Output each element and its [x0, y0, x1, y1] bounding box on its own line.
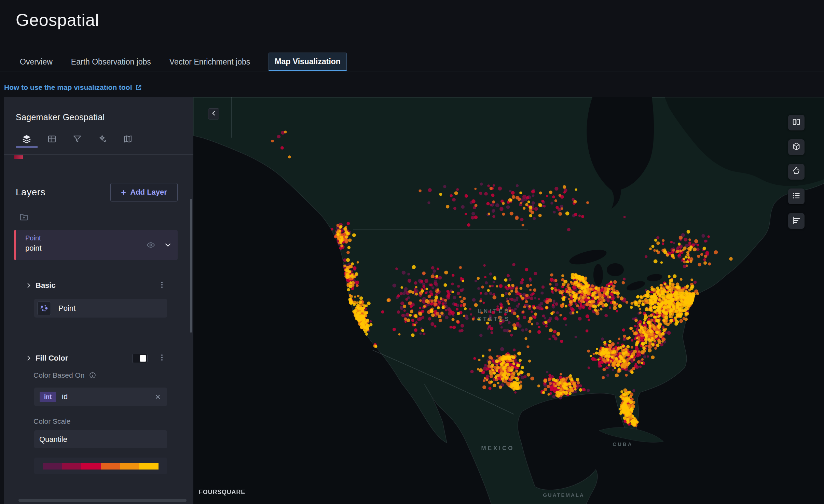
help-link-label: How to use the map visualization tool — [4, 83, 132, 92]
map-canvas-area[interactable]: UNITED STATES MEXICO CUBA GUATEMALA FOUR… — [193, 97, 824, 504]
3d-view-button[interactable] — [788, 139, 805, 155]
field-value: id — [62, 392, 154, 401]
base-map-icon — [123, 134, 133, 145]
info-icon[interactable] — [89, 372, 96, 379]
scrolled-row-remnant — [4, 155, 193, 172]
nav-base-map-tab[interactable] — [117, 132, 139, 148]
layer-color-stripe — [14, 230, 16, 260]
layer-card-texts: Point point — [25, 234, 42, 253]
chevron-left-icon — [210, 110, 217, 118]
layer-type-selector[interactable]: Point — [34, 299, 167, 318]
interactions-icon — [98, 134, 107, 145]
map-label-united-states: UNITED STATES — [478, 307, 511, 323]
map-label-guatemala: GUATEMALA — [543, 492, 585, 498]
panel-divider-2 — [4, 172, 193, 172]
draw-polygon-button[interactable] — [788, 164, 805, 180]
color-ramp-selector[interactable] — [34, 458, 167, 474]
color-field-input[interactable]: int id — [34, 388, 167, 406]
color-scale-label: Color Scale — [33, 417, 71, 425]
ramp-fragment — [14, 155, 23, 159]
color-ramp — [43, 463, 159, 470]
draw-polygon-icon — [792, 167, 801, 177]
layer-card-point[interactable]: Point point — [14, 230, 178, 260]
fill-color-kebab-menu-icon[interactable] — [158, 353, 166, 363]
nav-filter-tab[interactable] — [66, 132, 88, 148]
point-layer-icon — [37, 302, 51, 315]
tab-bar: Overview Earth Observation jobs Vector E… — [20, 53, 347, 71]
legend-list-icon — [792, 191, 801, 201]
layers-heading: Layers — [16, 187, 45, 198]
layer-type-label: Point — [25, 234, 42, 242]
basic-section-label: Basic — [36, 281, 56, 290]
layers-header: Layers + Add Layer — [4, 183, 193, 201]
layer-chart-button[interactable] — [788, 213, 805, 229]
nav-layers-tab[interactable] — [16, 132, 38, 148]
filter-icon — [72, 134, 82, 145]
panel-vertical-scrollbar[interactable] — [190, 199, 192, 333]
folder-plus-icon — [19, 212, 29, 223]
split-map-button[interactable] — [788, 115, 805, 130]
panel-title: Sagemaker Geospatial — [4, 97, 193, 122]
point-layer-dots — [193, 97, 824, 504]
color-scale-value: Quantile — [39, 435, 67, 444]
toggle-knob — [140, 355, 146, 362]
add-to-group-button[interactable] — [17, 213, 31, 223]
fill-color-toggle[interactable] — [132, 354, 148, 363]
page-header: Geospatial Overview Earth Observation jo… — [0, 0, 824, 97]
bar-chart-icon — [792, 216, 801, 226]
nav-data-table-tab[interactable] — [41, 132, 63, 148]
geospatial-page: Geospatial Overview Earth Observation jo… — [0, 0, 824, 504]
nav-interactions-tab[interactable] — [92, 132, 113, 148]
legend-button[interactable] — [788, 188, 805, 204]
map-label-cuba: CUBA — [613, 441, 633, 447]
add-layer-label: Add Layer — [130, 188, 167, 197]
basic-kebab-menu-icon[interactable] — [158, 281, 166, 290]
map-label-mexico: MEXICO — [481, 445, 514, 452]
data-table-icon — [47, 134, 57, 145]
page-title: Geospatial — [16, 10, 99, 30]
color-based-on-label: Color Based On — [33, 371, 84, 379]
fill-color-section-row[interactable]: Fill Color — [4, 351, 193, 365]
external-link-icon — [135, 84, 142, 91]
cube-3d-icon — [792, 142, 801, 152]
plus-icon: + — [121, 188, 126, 197]
fill-color-section-label: Fill Color — [36, 354, 68, 363]
field-type-badge: int — [40, 392, 56, 402]
clear-field-icon[interactable] — [154, 393, 162, 401]
layer-collapse-chevron-icon[interactable] — [164, 241, 172, 249]
layer-type-value: Point — [58, 304, 75, 313]
split-map-icon — [792, 117, 801, 128]
basic-section-row[interactable]: Basic — [4, 279, 193, 292]
tab-earth-observation-jobs[interactable]: Earth Observation jobs — [71, 53, 151, 71]
layer-config-panel: Sagemaker Geospatial — [4, 97, 193, 504]
layer-name-label: point — [25, 244, 42, 253]
tab-map-visualization[interactable]: Map Visualization — [269, 53, 347, 71]
help-link[interactable]: How to use the map visualization tool — [4, 83, 142, 92]
color-scale-row: Color Scale — [33, 417, 193, 426]
chevron-right-icon — [25, 282, 32, 289]
tab-overview[interactable]: Overview — [20, 53, 53, 71]
color-scale-select[interactable]: Quantile — [34, 430, 167, 448]
color-based-on-row: Color Based On — [33, 370, 193, 380]
panel-horizontal-scrollbar[interactable] — [18, 499, 187, 502]
collapse-panel-button[interactable] — [208, 108, 219, 120]
tabs-divider — [0, 71, 824, 71]
map-attribution: FOURSQUARE — [199, 489, 245, 496]
layers-icon — [22, 134, 32, 145]
map-controls — [788, 115, 805, 229]
tab-vector-enrichment-jobs[interactable]: Vector Enrichment jobs — [169, 53, 250, 71]
layer-visibility-eye-icon[interactable] — [146, 240, 155, 250]
panel-nav — [16, 132, 193, 148]
add-layer-button[interactable]: + Add Layer — [110, 183, 178, 201]
chevron-right-icon — [25, 355, 32, 362]
